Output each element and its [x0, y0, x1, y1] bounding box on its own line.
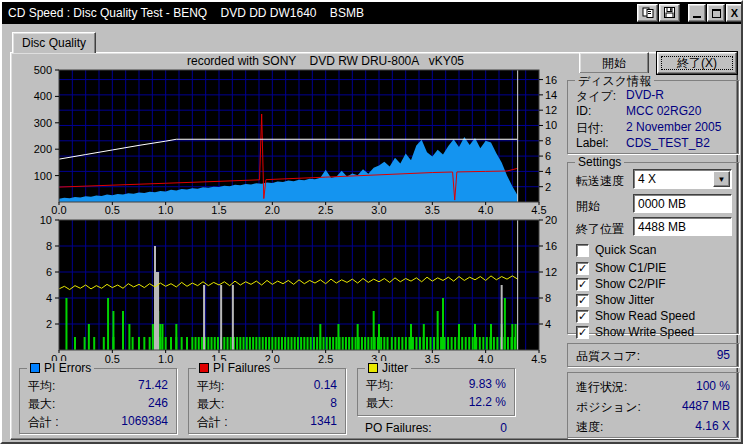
- start-pos-input[interactable]: 0000 MB: [633, 194, 732, 213]
- svg-text:4: 4: [46, 292, 52, 304]
- svg-text:10: 10: [40, 214, 52, 226]
- svg-text:12: 12: [545, 266, 557, 278]
- pie-max-label: 最大:: [28, 396, 55, 413]
- jitter-color-chip: [368, 363, 378, 373]
- show-c1pie-label: Show C1/PIE: [595, 261, 666, 275]
- svg-text:8: 8: [545, 135, 551, 147]
- pie-total-value: 1069384: [121, 414, 168, 428]
- speed-label: 転送速度: [576, 173, 624, 190]
- svg-text:2.5: 2.5: [318, 204, 333, 216]
- checkbox-show-write-speed[interactable]: ✓ Show Write Speed: [576, 325, 694, 339]
- svg-text:200: 200: [34, 143, 52, 155]
- svg-text:0.0: 0.0: [51, 204, 66, 216]
- minimize-button[interactable]: [688, 4, 706, 22]
- start-button[interactable]: 開始: [579, 52, 649, 74]
- checkbox-show-read-speed[interactable]: ✓ Show Read Speed: [576, 309, 695, 323]
- jit-avg-value: 9.83 %: [469, 377, 506, 391]
- maximize-icon: [712, 9, 721, 18]
- jitter-box-title: Jitter: [365, 361, 411, 375]
- svg-text:4.0: 4.0: [478, 204, 493, 216]
- show-jitter-label: Show Jitter: [595, 293, 654, 307]
- speed-now-value: 4.16 X: [695, 419, 730, 433]
- tab-strip: Disc Quality: [2, 26, 741, 52]
- svg-text:2.5: 2.5: [318, 353, 333, 365]
- pif-avg-value: 0.14: [314, 378, 337, 392]
- disc-type-value: DVD-R: [626, 88, 664, 102]
- svg-text:20: 20: [545, 214, 557, 226]
- jit-max-value: 12.2 %: [469, 395, 506, 409]
- save-button[interactable]: [659, 4, 680, 22]
- exit-button[interactable]: 終了(X): [656, 51, 738, 75]
- disc-label-label: Label:: [576, 136, 609, 150]
- chevron-down-icon: ▼: [718, 175, 726, 184]
- speed-now-label: 速度:: [576, 419, 603, 436]
- jitter-title-text: Jitter: [382, 361, 408, 375]
- progress-label: 進行状況:: [576, 379, 627, 396]
- pif-total-label: 合計 :: [197, 414, 228, 431]
- show-read-speed-checkbox[interactable]: ✓: [576, 310, 589, 323]
- maximize-button[interactable]: [707, 4, 725, 22]
- svg-text:0.5: 0.5: [105, 204, 120, 216]
- svg-text:3.5: 3.5: [425, 204, 440, 216]
- show-read-speed-label: Show Read Speed: [595, 309, 695, 323]
- position-value: 4487 MB: [682, 399, 730, 413]
- checkbox-show-jitter[interactable]: ✓ Show Jitter: [576, 293, 654, 307]
- checkbox-show-c2pif[interactable]: ✓ Show C2/PIF: [576, 277, 666, 291]
- jit-avg-label: 平均:: [366, 377, 393, 394]
- pie-total-label: 合計 :: [28, 414, 59, 431]
- svg-text:10: 10: [545, 119, 557, 131]
- jitter-box: Jitter 平均:9.83 % 最大:12.2 %: [357, 368, 515, 416]
- show-c2pif-checkbox[interactable]: ✓: [576, 278, 589, 291]
- start-button-label: 開始: [602, 55, 626, 72]
- svg-text:1.0: 1.0: [158, 204, 173, 216]
- svg-text:3.0: 3.0: [371, 204, 386, 216]
- speed-combobox-value: 4 X: [638, 172, 656, 186]
- window-title: CD Speed : Disc Quality Test - BENQ DVD …: [8, 6, 364, 20]
- pi-errors-title-text: PI Errors: [44, 361, 91, 375]
- pi-failures-color-chip: [199, 363, 209, 373]
- svg-text:4: 4: [545, 318, 551, 330]
- show-write-speed-checkbox[interactable]: ✓: [576, 326, 589, 339]
- svg-text:4: 4: [545, 165, 551, 177]
- checkbox-show-c1pie[interactable]: ✓ Show C1/PIE: [576, 261, 666, 275]
- quick-scan-label: Quick Scan: [595, 243, 656, 257]
- copy-icon: [642, 7, 654, 20]
- quick-scan-checkbox[interactable]: [576, 244, 589, 257]
- svg-text:1.0: 1.0: [158, 353, 173, 365]
- disc-id-value: MCC 02RG20: [626, 104, 701, 118]
- pie-avg-label: 平均:: [28, 378, 55, 395]
- tab-disc-quality[interactable]: Disc Quality: [12, 32, 96, 53]
- svg-text:2: 2: [545, 181, 551, 193]
- show-c1pie-checkbox[interactable]: ✓: [576, 262, 589, 275]
- pi-errors-box: PI Errors 平均:71.42 最大:246 合計 :1069384: [19, 368, 177, 434]
- svg-text:12: 12: [545, 104, 557, 116]
- pif-max-value: 8: [330, 396, 337, 410]
- disc-info-box: ディスク情報 タイプ:DVD-R ID:MCC 02RG20 日付:2 Nove…: [567, 80, 739, 154]
- start-pos-label: 開始: [576, 198, 600, 215]
- svg-text:16: 16: [545, 74, 557, 86]
- svg-text:8: 8: [545, 292, 551, 304]
- minimize-icon: [693, 16, 701, 18]
- pi-errors-color-chip: [30, 363, 40, 373]
- save-icon: [664, 7, 675, 20]
- position-label: ポジション:: [576, 399, 641, 416]
- svg-text:3.5: 3.5: [425, 353, 440, 365]
- po-failures-label: PO Failures:: [365, 421, 432, 435]
- close-button[interactable]: X: [726, 4, 743, 22]
- quality-charts: 1002003004005002468101214160.00.51.01.52…: [32, 62, 567, 370]
- end-pos-label: 終了位置: [576, 221, 624, 238]
- copy-button[interactable]: [637, 4, 658, 22]
- pi-errors-box-title: PI Errors: [27, 361, 94, 375]
- speed-combobox[interactable]: 4 X ▼: [633, 169, 732, 189]
- speed-combobox-arrow[interactable]: ▼: [713, 171, 730, 187]
- progress-box: 進行状況:100 % ポジション:4487 MB 速度:4.16 X: [567, 372, 739, 438]
- po-failures-row: PO Failures: 0: [365, 421, 507, 435]
- pi-failures-box-title: PI Failures: [196, 361, 273, 375]
- svg-text:100: 100: [34, 170, 52, 182]
- pie-max-value: 246: [148, 396, 168, 410]
- show-jitter-checkbox[interactable]: ✓: [576, 294, 589, 307]
- end-pos-input[interactable]: 4488 MB: [633, 217, 732, 236]
- checkbox-quick-scan[interactable]: Quick Scan: [576, 243, 656, 257]
- settings-box: Settings 転送速度 4 X ▼ 開始 0000 MB 終了位置 4488…: [567, 162, 739, 334]
- pif-max-label: 最大:: [197, 396, 224, 413]
